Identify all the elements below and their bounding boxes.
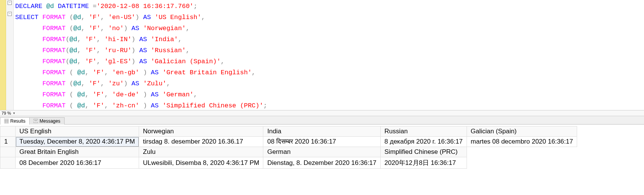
paren: ( bbox=[66, 14, 73, 21]
comma: , bbox=[252, 69, 255, 76]
grid-cell[interactable]: ULwesibili, Disemba 8, 2020 4:36:17 PM bbox=[139, 157, 263, 169]
row-header-corner[interactable] bbox=[0, 147, 16, 157]
string-literal: 'hi-IN' bbox=[104, 36, 131, 43]
function-format: FORMAT bbox=[42, 36, 65, 43]
sql-variable: @d bbox=[70, 47, 77, 54]
comma: , bbox=[104, 91, 108, 98]
column-header[interactable]: India bbox=[263, 126, 380, 137]
paren: ( bbox=[66, 69, 78, 76]
tab-label: Messages bbox=[40, 118, 60, 124]
grid-cell[interactable]: martes 08 decembro 2020 16:36:17 bbox=[467, 137, 577, 147]
row-number[interactable] bbox=[0, 157, 16, 169]
comma: , bbox=[178, 36, 182, 43]
keyword-as: AS bbox=[131, 25, 139, 32]
comma: , bbox=[100, 14, 104, 21]
comma: , bbox=[81, 25, 85, 32]
sql-variable: @d bbox=[73, 80, 81, 87]
grid-cell[interactable]: 08 दिसम्बर 2020 16:36:17 bbox=[263, 137, 380, 147]
header-row: US English Norwegian India Russian Galic… bbox=[0, 126, 577, 137]
keyword-as: AS bbox=[139, 47, 147, 54]
string-literal: 'no' bbox=[108, 25, 124, 32]
string-literal: 'Norwegian' bbox=[143, 25, 186, 32]
string-literal: 'zh-cn' bbox=[112, 102, 139, 109]
string-literal: 'India' bbox=[151, 36, 178, 43]
grid-cell[interactable]: Tuesday, December 8, 2020 4:36:17 PM bbox=[16, 137, 139, 147]
string-literal: '2020-12-08 16:36:17.760' bbox=[97, 3, 193, 10]
function-format: FORMAT bbox=[42, 58, 65, 65]
comma: , bbox=[100, 25, 104, 32]
operator: = bbox=[93, 3, 97, 10]
string-literal: 'en-US' bbox=[108, 14, 135, 21]
column-header[interactable]: Great Britain English bbox=[16, 147, 139, 157]
grid-cell[interactable]: 8 декабря 2020 г. 16:36:17 bbox=[380, 137, 467, 147]
svg-rect-0 bbox=[4, 119, 9, 123]
comma: , bbox=[77, 58, 81, 65]
string-literal: 'F' bbox=[93, 102, 104, 109]
comma: , bbox=[97, 58, 100, 65]
comma: , bbox=[85, 69, 89, 76]
string-literal: 'F' bbox=[85, 47, 97, 54]
sql-variable: @d bbox=[73, 25, 81, 32]
comma: , bbox=[186, 47, 190, 54]
row-number[interactable]: 1 bbox=[0, 137, 16, 147]
row-header-corner[interactable] bbox=[0, 126, 16, 137]
fold-toggle[interactable]: − bbox=[8, 12, 12, 16]
string-literal: 'Simplified Chinese (PRC)' bbox=[163, 102, 263, 109]
keyword-as: AS bbox=[139, 58, 147, 65]
data-row: 1 Tuesday, December 8, 2020 4:36:17 PM t… bbox=[0, 137, 577, 147]
column-header[interactable]: Russian bbox=[380, 126, 467, 137]
code-editor[interactable]: − − DECLARE @d DATETIME ='2020-12-08 16:… bbox=[0, 0, 644, 110]
tab-results[interactable]: Results bbox=[0, 117, 30, 125]
function-format: FORMAT bbox=[42, 25, 65, 32]
comma: , bbox=[85, 102, 89, 109]
comma: , bbox=[97, 36, 100, 43]
zoom-level-selector[interactable]: 79 % ▼ bbox=[0, 110, 644, 116]
comma: , bbox=[104, 69, 108, 76]
keyword-as: AS bbox=[151, 102, 158, 109]
string-literal: 'Russian' bbox=[151, 47, 186, 54]
code-text[interactable]: DECLARE @d DATETIME ='2020-12-08 16:36:1… bbox=[14, 0, 269, 110]
grid-cell[interactable]: 08 December 2020 16:36:17 bbox=[16, 157, 139, 169]
grid-cell[interactable]: 2020年12月8日 16:36:17 bbox=[380, 157, 467, 169]
function-format: FORMAT bbox=[42, 102, 65, 109]
paren: ( bbox=[66, 47, 70, 54]
zoom-value: 79 % bbox=[2, 111, 11, 115]
comma: , bbox=[77, 36, 81, 43]
string-literal: 'gl-ES' bbox=[104, 58, 131, 65]
messages-icon bbox=[33, 119, 38, 123]
string-literal: 'en-gb' bbox=[112, 69, 139, 76]
paren: ) bbox=[124, 80, 128, 87]
string-literal: 'German' bbox=[163, 91, 194, 98]
comma: , bbox=[221, 58, 225, 65]
results-grid[interactable]: US English Norwegian India Russian Galic… bbox=[0, 126, 577, 169]
tab-messages[interactable]: Messages bbox=[29, 117, 65, 125]
column-header[interactable]: Simplified Chinese (PRC) bbox=[380, 147, 467, 157]
string-literal: 'US English' bbox=[155, 14, 201, 21]
paren: ) bbox=[139, 91, 147, 98]
paren: ) bbox=[131, 47, 135, 54]
keyword-as: AS bbox=[151, 69, 158, 76]
function-format: FORMAT bbox=[42, 69, 65, 76]
header-row-continued: Great Britain English Zulu German Simpli… bbox=[0, 147, 577, 157]
column-header[interactable]: Galician (Spain) bbox=[467, 126, 577, 137]
grid-cell[interactable]: Dienstag, 8. Dezember 2020 16:36:17 bbox=[263, 157, 380, 169]
string-literal: 'zu' bbox=[108, 80, 124, 87]
column-header[interactable]: Zulu bbox=[139, 147, 263, 157]
string-literal: 'F' bbox=[93, 91, 104, 98]
string-literal: 'F' bbox=[89, 25, 101, 32]
paren: ) bbox=[131, 36, 135, 43]
column-header[interactable]: Norwegian bbox=[139, 126, 263, 137]
keyword-select: SELECT bbox=[15, 14, 38, 21]
string-literal: 'F' bbox=[85, 58, 97, 65]
column-header[interactable]: German bbox=[263, 147, 380, 157]
function-format: FORMAT bbox=[42, 47, 65, 54]
keyword-declare: DECLARE bbox=[15, 3, 42, 10]
paren: ( bbox=[66, 25, 73, 32]
semicolon: ; bbox=[193, 3, 197, 10]
fold-toggle[interactable]: − bbox=[8, 1, 12, 5]
function-format: FORMAT bbox=[42, 14, 65, 21]
grid-cell[interactable]: tirsdag 8. desember 2020 16.36.17 bbox=[139, 137, 263, 147]
comma: , bbox=[104, 102, 108, 109]
sql-variable: @d bbox=[70, 36, 77, 43]
column-header[interactable]: US English bbox=[16, 126, 139, 137]
